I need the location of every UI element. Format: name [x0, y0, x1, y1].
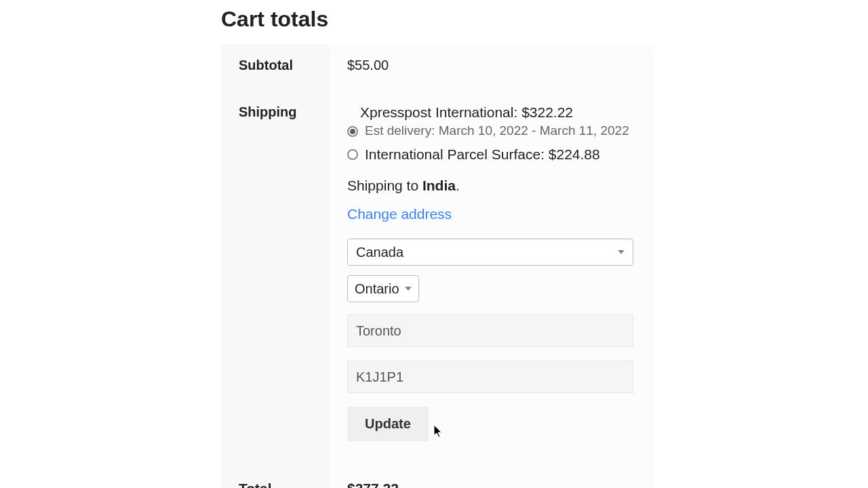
- province-select[interactable]: Ontario: [347, 275, 419, 302]
- shipping-to: Shipping to India.: [347, 178, 637, 194]
- postal-input-value: K1J1P1: [356, 369, 403, 385]
- page-title: Cart totals: [221, 7, 868, 32]
- shipping-radio-1[interactable]: [347, 149, 358, 160]
- total-row: Total $377.22: [221, 464, 655, 488]
- shipping-to-suffix: .: [456, 178, 460, 193]
- shipping-row: Shipping Xpresspost International: $322.…: [221, 87, 655, 464]
- chevron-down-icon: [618, 250, 625, 254]
- chevron-down-icon: [405, 287, 412, 291]
- shipping-content: Xpresspost International: $322.22 Est de…: [330, 87, 655, 464]
- city-input-value: Toronto: [356, 323, 401, 339]
- city-input[interactable]: Toronto: [347, 314, 633, 347]
- update-button[interactable]: Update: [347, 407, 429, 441]
- shipping-label: Shipping: [221, 87, 330, 464]
- country-select-value: Canada: [356, 245, 403, 260]
- change-address-link[interactable]: Change address: [347, 206, 452, 222]
- total-value: $377.22: [330, 464, 655, 488]
- shipping-to-country: India: [422, 178, 456, 193]
- shipping-option-0-delivery: Est delivery: March 10, 2022 - March 11,…: [365, 123, 629, 138]
- subtotal-label: Subtotal: [221, 44, 330, 87]
- subtotal-row: Subtotal $55.00: [221, 44, 655, 87]
- shipping-to-prefix: Shipping to: [347, 178, 422, 193]
- shipping-radio-0[interactable]: [347, 126, 358, 137]
- shipping-option-1[interactable]: International Parcel Surface: $224.88: [347, 146, 637, 165]
- total-label: Total: [221, 464, 330, 488]
- cart-totals-table: Subtotal $55.00 Shipping Xpresspost Inte…: [221, 44, 655, 488]
- subtotal-value: $55.00: [330, 44, 655, 87]
- shipping-option-0-label: Xpresspost International: $322.22: [347, 104, 629, 121]
- country-select[interactable]: Canada: [347, 239, 633, 266]
- postal-input[interactable]: K1J1P1: [347, 361, 633, 393]
- shipping-option-1-label: International Parcel Surface: $224.88: [365, 146, 600, 163]
- province-select-value: Ontario: [355, 281, 399, 297]
- shipping-option-0[interactable]: Xpresspost International: $322.22 Est de…: [347, 104, 637, 138]
